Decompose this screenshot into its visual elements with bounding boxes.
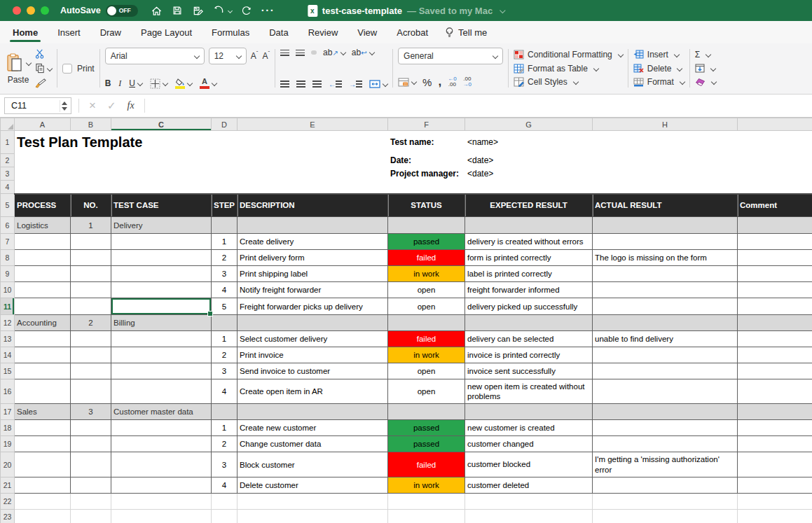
cell-D18[interactable]: 1 [212,420,238,436]
col-header-D[interactable]: D [212,118,238,131]
cell-I9[interactable] [738,266,812,282]
cell-H23[interactable] [593,510,738,523]
font-name-select[interactable]: Arial [105,48,205,64]
cell-I6[interactable] [738,217,812,234]
accounting-format-button[interactable] [398,78,416,87]
row-header-6[interactable]: 6 [1,217,15,234]
font-color-button[interactable]: A [200,78,216,89]
zoom-window-button[interactable] [41,6,49,15]
select-all-corner[interactable] [1,118,15,131]
cell-B12[interactable]: 2 [71,315,111,331]
cell-I5[interactable]: Comment [738,194,812,217]
conditional-formatting-button[interactable]: Conditional Formatting [514,48,623,62]
cell-D11[interactable]: 5 [212,298,238,315]
cell-A3[interactable] [15,167,71,181]
cell-I7[interactable] [738,234,812,250]
align-bottom-button-selected[interactable] [311,50,317,55]
cell-A1[interactable]: Test Plan Template [15,131,71,154]
tab-data[interactable]: Data [259,21,298,43]
stepper-up-icon[interactable] [62,102,67,105]
paste-button[interactable]: Paste [6,53,31,85]
col-header-H[interactable]: H [593,118,738,131]
cell-I10[interactable] [738,282,812,298]
stepper-down-icon[interactable] [62,107,67,111]
cell-E8[interactable]: Print delivery form [238,250,388,266]
cell-F20[interactable]: failed [388,452,465,477]
cell-F17[interactable] [388,404,465,420]
decrease-indent-button[interactable]: ← [329,79,342,89]
cell-B11[interactable] [71,298,111,315]
home-icon[interactable] [151,5,163,17]
cell-I18[interactable] [738,420,812,436]
cell-I8[interactable] [738,250,812,266]
col-header-G[interactable]: G [465,118,593,131]
redo-icon[interactable] [241,5,252,16]
col-header-I[interactable] [738,118,812,131]
cell-B20[interactable] [71,452,111,477]
save-as-icon[interactable] [192,5,204,17]
cell-I2[interactable] [738,154,812,167]
cell-D13[interactable]: 1 [212,331,238,347]
col-header-F[interactable]: F [388,118,465,131]
row-header-9[interactable]: 9 [1,266,15,282]
cell-E15[interactable]: Send invoice to customer [238,363,388,379]
cell-I1[interactable] [738,131,812,154]
cell-I19[interactable] [738,436,812,452]
cell-C17[interactable]: Customer master data [111,404,212,420]
cell-I16[interactable] [738,379,812,404]
cell-F5[interactable]: STATUS [388,194,465,217]
cell-A7[interactable] [15,234,71,250]
cell-F14[interactable]: in work [388,347,465,363]
cell-B3[interactable] [71,167,111,181]
name-box-stepper[interactable] [60,100,69,112]
cell-D19[interactable]: 2 [212,436,238,452]
copy-dropdown-chevron[interactable] [47,65,53,71]
cell-A12[interactable]: Accounting [15,315,71,331]
tab-page-layout[interactable]: Page Layout [131,21,202,43]
row-header-21[interactable]: 21 [1,477,15,494]
cell-A6[interactable]: Logistics [15,217,71,234]
cell-C18[interactable] [111,420,212,436]
col-header-A[interactable]: A [15,118,71,131]
cancel-entry-icon[interactable]: × [89,99,96,113]
row-header-1[interactable]: 1 [1,131,15,154]
cell-H15[interactable] [593,363,738,379]
cell-D12[interactable] [212,315,238,331]
cell-B23[interactable] [71,510,111,523]
cell-A5[interactable]: PROCESS [15,194,71,217]
cell-B7[interactable] [71,234,111,250]
cell-D17[interactable] [212,404,238,420]
cell-A21[interactable] [15,477,71,494]
cell-E4[interactable] [238,181,388,194]
cell-B9[interactable] [71,266,111,282]
wrap-text-button[interactable]: ab↩ [352,48,374,57]
insert-function-icon[interactable]: fx [128,100,135,111]
cell-G23[interactable] [465,510,593,523]
cell-B15[interactable] [71,363,111,379]
italic-button[interactable]: I [118,78,121,89]
merge-center-button[interactable] [369,80,387,88]
cell-F6[interactable] [388,217,465,234]
cell-I20[interactable] [738,452,812,477]
cell-B4[interactable] [71,181,111,194]
cell-F10[interactable]: open [388,282,465,298]
cell-A8[interactable] [15,250,71,266]
cell-F12[interactable] [388,315,465,331]
cell-H9[interactable] [593,266,738,282]
align-top-button[interactable] [280,50,289,56]
cell-F7[interactable]: passed [388,234,465,250]
cell-D8[interactable]: 2 [212,250,238,266]
cell-G5[interactable]: EXPECTED RESULT [465,194,593,217]
cell-A17[interactable]: Sales [15,404,71,420]
tell-me-button[interactable]: Tell me [438,21,494,43]
cell-C10[interactable] [111,282,212,298]
increase-indent-button[interactable]: → [349,79,362,89]
cell-C21[interactable] [111,477,212,494]
cell-H17[interactable] [593,404,738,420]
tab-insert[interactable]: Insert [48,21,90,43]
cell-F21[interactable]: in work [388,477,465,494]
bold-button[interactable]: B [105,78,111,88]
cell-C4[interactable] [111,181,212,194]
cell-C3[interactable] [111,167,212,181]
clear-button[interactable] [695,75,716,89]
